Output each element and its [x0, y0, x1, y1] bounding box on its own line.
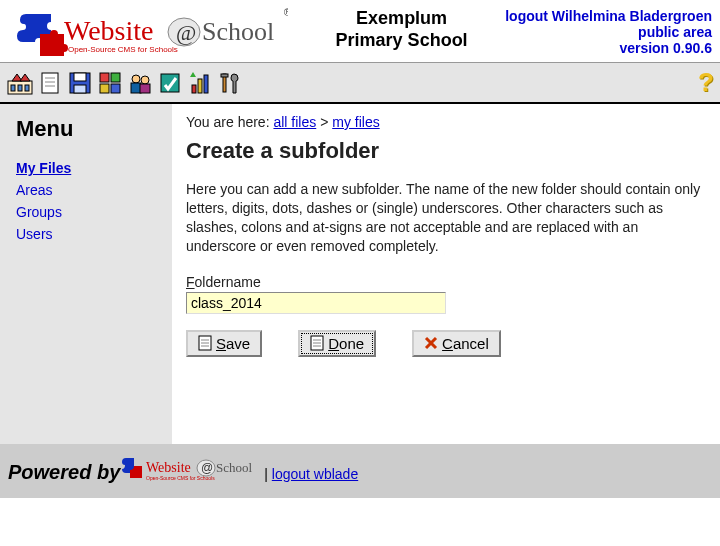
breadcrumb-my-files[interactable]: my files [332, 114, 379, 130]
foldername-label: Foldername [186, 274, 708, 290]
modules-icon[interactable] [96, 70, 123, 95]
powered-by-label: Powered by [8, 461, 120, 484]
breadcrumb: You are here: all files > my files [186, 114, 708, 130]
svg-point-25 [141, 76, 149, 84]
cancel-button[interactable]: Cancel [412, 330, 501, 357]
footer-sep: | [264, 466, 272, 482]
page-small-icon [310, 335, 324, 351]
save-disk-icon[interactable] [66, 70, 93, 95]
svg-rect-33 [221, 74, 228, 77]
tools-icon[interactable] [216, 70, 243, 95]
logo: Website @ School ® Open-Source CMS for S… [8, 4, 298, 60]
sidebar-item-areas[interactable]: Areas [16, 182, 162, 198]
site-title-line1: Exemplum [298, 8, 505, 30]
svg-marker-31 [190, 72, 196, 77]
breadcrumb-prefix: You are here: [186, 114, 273, 130]
breadcrumb-sep: > [316, 114, 332, 130]
page-small-icon [198, 335, 212, 351]
stats-icon[interactable] [186, 70, 213, 95]
foldername-input[interactable] [186, 292, 446, 314]
svg-rect-17 [74, 73, 86, 81]
svg-text:School: School [216, 460, 253, 475]
svg-text:School: School [202, 17, 274, 46]
footer-logo: Website @ School Open-Source CMS for Sch… [120, 454, 260, 484]
svg-rect-30 [204, 75, 208, 93]
svg-text:@: @ [176, 20, 196, 45]
version-link[interactable]: version 0.90.6 [619, 40, 712, 56]
menu-heading: Menu [16, 116, 162, 142]
svg-point-23 [132, 75, 140, 83]
header-links: logout Wilhelmina Bladergroen public are… [505, 4, 712, 56]
sidebar-item-users[interactable]: Users [16, 226, 162, 242]
sidebar: Menu My Files Areas Groups Users [0, 104, 172, 444]
done-button[interactable]: Done [298, 330, 376, 357]
site-title-line2: Primary School [298, 30, 505, 52]
svg-rect-22 [111, 84, 120, 93]
page-icon[interactable] [36, 70, 63, 95]
svg-rect-28 [192, 85, 196, 93]
svg-text:Website: Website [146, 460, 191, 475]
svg-rect-12 [42, 73, 58, 93]
footer-logout-link[interactable]: logout wblade [272, 466, 358, 482]
sidebar-item-my-files[interactable]: My Files [16, 160, 162, 176]
site-title: Exemplum Primary School [298, 4, 505, 51]
home-icon[interactable] [6, 70, 33, 95]
header: Website @ School ® Open-Source CMS for S… [0, 0, 720, 62]
save-button[interactable]: Save [186, 330, 262, 357]
settings-icon[interactable] [156, 70, 183, 95]
svg-marker-8 [20, 74, 30, 81]
users-icon[interactable] [126, 70, 153, 95]
help-icon[interactable]: ? [698, 67, 714, 98]
page-description: Here you can add a new subfolder. The na… [186, 180, 708, 256]
svg-rect-9 [11, 85, 15, 91]
svg-rect-20 [111, 73, 120, 82]
svg-rect-26 [140, 84, 150, 93]
svg-rect-11 [25, 85, 29, 91]
sidebar-item-groups[interactable]: Groups [16, 204, 162, 220]
svg-text:Open-Source CMS for Schools: Open-Source CMS for Schools [68, 45, 178, 54]
svg-rect-19 [100, 73, 109, 82]
svg-rect-21 [100, 84, 109, 93]
svg-text:®: ® [284, 7, 288, 18]
svg-rect-10 [18, 85, 22, 91]
breadcrumb-all-files[interactable]: all files [273, 114, 316, 130]
svg-text:Website: Website [64, 15, 154, 46]
svg-rect-27 [161, 74, 179, 92]
cancel-x-icon [424, 335, 438, 351]
svg-text:Open-Source CMS for Schools: Open-Source CMS for Schools [146, 475, 215, 481]
svg-rect-18 [74, 85, 86, 93]
public-area-link[interactable]: public area [638, 24, 712, 40]
toolbar: ? [0, 62, 720, 104]
logout-link[interactable]: logout Wilhelmina Bladergroen [505, 8, 712, 24]
page-heading: Create a subfolder [186, 138, 708, 164]
svg-text:@: @ [201, 461, 213, 475]
content: You are here: all files > my files Creat… [172, 104, 720, 444]
svg-rect-29 [198, 79, 202, 93]
footer: Powered by Website @ School Open-Source … [0, 444, 720, 498]
